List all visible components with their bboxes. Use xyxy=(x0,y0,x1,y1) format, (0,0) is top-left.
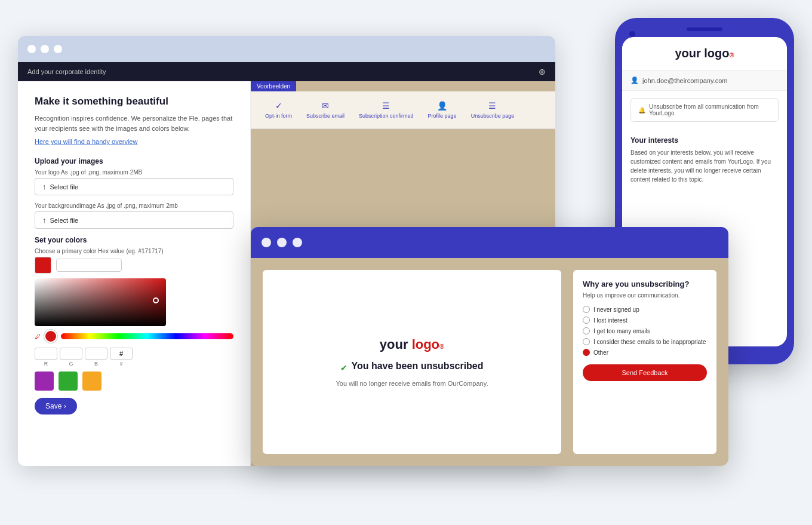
tab-opt-in-label: Opt-in form xyxy=(265,113,292,119)
color-picker-gradient[interactable] xyxy=(35,278,166,326)
tab-subscription-confirmed[interactable]: ☰ Subscription confirmed xyxy=(354,99,419,121)
save-btn-label: Save › xyxy=(45,402,66,410)
tab-profile-page[interactable]: 👤 Profile page xyxy=(423,99,462,121)
left-panel: Make it something beautiful Recognition … xyxy=(18,81,251,466)
mid-right-panel: Why are you unsubscribing? Help us impro… xyxy=(573,270,716,454)
page-tabs: ✓ Opt-in form ✉ Subscribe email ☰ Subscr… xyxy=(251,91,555,129)
color-picker-controls: 🖊 xyxy=(35,330,233,343)
primary-color-label: Choose a primary color Hex value (eg. #1… xyxy=(35,248,233,254)
unsubscribed-subtitle: You will no longer receive emails from O… xyxy=(336,380,488,387)
check-icon: ✔ xyxy=(340,363,347,373)
voorbeelden-tab[interactable]: Voorbeelden xyxy=(251,81,296,91)
rgb-hash-input[interactable] xyxy=(110,348,133,360)
phone-logo: your logo® xyxy=(632,47,777,60)
rgb-r-input[interactable]: 209 xyxy=(35,348,57,360)
rgb-r-field: 209 R xyxy=(35,348,57,367)
profile-icon: 👤 xyxy=(437,101,447,110)
handy-overview-link[interactable]: Here you will find a handy overview xyxy=(35,138,137,145)
save-button[interactable]: Save › xyxy=(35,398,77,415)
phone-logo-dot: ® xyxy=(730,51,734,59)
radio-inappropriate[interactable]: I consider these emails to be inappropri… xyxy=(583,338,707,345)
bg-field-label: Your backgroundimage As .jpg of .png, ma… xyxy=(35,202,233,209)
rgb-hash-label: # xyxy=(119,361,122,367)
color-presets xyxy=(35,372,233,391)
radio-other[interactable]: Other xyxy=(583,349,707,356)
radio-label-4: I consider these emails to be inappropri… xyxy=(593,339,706,345)
color-picker-cursor xyxy=(153,297,159,303)
hue-bar[interactable] xyxy=(61,333,233,339)
rgb-g-input[interactable]: 21 xyxy=(60,348,82,360)
upload-icon-2: ↑ xyxy=(42,216,47,225)
radio-too-many-emails[interactable]: I get too many emails xyxy=(583,327,707,334)
bg-file-btn[interactable]: ↑ Select file xyxy=(35,211,233,229)
tab-confirmed-label: Subscription confirmed xyxy=(359,113,414,119)
logo-btn-label: Select file xyxy=(50,183,79,191)
eyedropper-icon[interactable]: 🖊 xyxy=(35,333,41,340)
mid-dot-2[interactable] xyxy=(277,238,287,247)
logo-file-btn[interactable]: ↑ Select file xyxy=(35,178,233,195)
phone-logo-area: your logo® xyxy=(622,37,787,70)
phone-unsub-btn[interactable]: 🔔 Unsubscribe from all communication fro… xyxy=(630,98,779,122)
mid-dot-1[interactable] xyxy=(262,238,271,247)
preset-purple[interactable] xyxy=(35,372,54,391)
send-feedback-button[interactable]: Send Feedback xyxy=(583,364,707,381)
radio-never-signed-up[interactable]: I never signed up xyxy=(583,306,707,313)
radio-lost-interest[interactable]: I lost interest xyxy=(583,317,707,324)
color-swatch-red[interactable] xyxy=(35,257,51,274)
upload-section-title: Upload your images xyxy=(35,157,233,165)
picker-swatch xyxy=(44,330,57,343)
titlebar-dot-3[interactable] xyxy=(54,45,62,53)
mid-logo-dot: ® xyxy=(439,343,444,350)
phone-speaker xyxy=(687,27,722,31)
phone-interests-text: Based on your interests below, you will … xyxy=(630,148,779,184)
radio-label-5: Other xyxy=(593,349,608,356)
tab-opt-in-form[interactable]: ✓ Opt-in form xyxy=(260,99,297,121)
rgb-g-field: 21 G xyxy=(60,348,82,367)
hex-input-field[interactable]: #d11515 xyxy=(56,259,122,272)
colors-section: Set your colors Choose a primary color H… xyxy=(35,236,233,415)
phone-logo-bold: logo xyxy=(704,47,729,60)
mid-window-content: your logo® ✔ You have been unsubscribed … xyxy=(251,258,728,466)
radio-circle-4 xyxy=(583,338,590,345)
mid-logo: your logo® xyxy=(380,337,444,352)
bg-btn-label: Select file xyxy=(50,217,79,224)
mid-logo-bold: logo xyxy=(412,337,439,352)
radio-label-1: I never signed up xyxy=(593,306,639,313)
colors-section-title: Set your colors xyxy=(35,236,233,244)
radio-circle-2 xyxy=(583,317,590,324)
tab-subscribe-label: Subscribe email xyxy=(306,113,345,119)
phone-interests-section: Your interests Based on your interests b… xyxy=(622,129,787,191)
window-topbar: Add your corporate identity ⊕ xyxy=(18,62,555,81)
radio-label-3: I get too many emails xyxy=(593,328,650,334)
radio-circle-3 xyxy=(583,327,590,334)
rgb-g-label: G xyxy=(69,361,73,367)
rgb-hash-field: # xyxy=(110,348,133,367)
panel-desc: Recognition inspires confidence. We pers… xyxy=(35,113,233,133)
rgb-b-input[interactable]: 21 xyxy=(85,348,107,360)
subscribe-icon: ✉ xyxy=(322,101,329,110)
back-window-titlebar xyxy=(18,36,555,62)
add-icon[interactable]: ⊕ xyxy=(539,67,546,76)
tab-unsubscribe-label: Unsubscribe page xyxy=(471,113,515,119)
titlebar-dot-2[interactable] xyxy=(41,45,49,53)
preset-orange[interactable] xyxy=(82,372,102,391)
rgb-row: 209 R 21 G 21 B # xyxy=(35,348,233,367)
phone-email: john.doe@theircompany.com xyxy=(642,77,727,84)
bell-icon: 🔔 xyxy=(638,107,645,113)
hex-input-row: #d11515 xyxy=(35,257,233,274)
mid-dot-3[interactable] xyxy=(293,238,302,247)
mid-left-panel: your logo® ✔ You have been unsubscribed … xyxy=(263,270,561,454)
person-icon: 👤 xyxy=(630,76,639,84)
radio-circle-1 xyxy=(583,306,590,313)
tab-unsubscribe-page[interactable]: ☰ Unsubscribe page xyxy=(466,99,519,121)
rgb-b-label: B xyxy=(94,361,98,367)
radio-circle-5 xyxy=(583,349,590,356)
preset-green[interactable] xyxy=(59,372,78,391)
phone-email-row: 👤 john.doe@theircompany.com xyxy=(622,70,787,91)
titlebar-dot-1[interactable] xyxy=(27,45,36,53)
opt-in-icon: ✓ xyxy=(275,101,282,110)
feedback-subtext: Help us improve our communication. xyxy=(583,292,707,299)
tab-subscribe-email[interactable]: ✉ Subscribe email xyxy=(302,99,349,121)
radio-label-2: I lost interest xyxy=(593,317,628,324)
tab-profile-label: Profile page xyxy=(428,113,457,119)
